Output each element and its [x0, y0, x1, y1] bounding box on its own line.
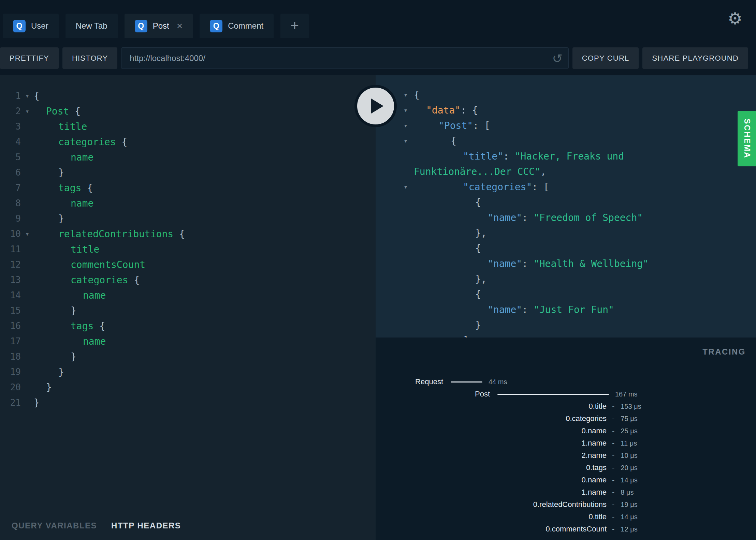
settings-gear-icon[interactable]: ⚙ [728, 9, 742, 28]
tab-label: Comment [228, 21, 263, 31]
trace-label: 1.name [376, 439, 607, 448]
fold-spacer [21, 165, 34, 180]
fold-icon[interactable]: ▾ [404, 118, 408, 133]
line-number: 5 [0, 150, 21, 165]
editor-gutter: 11 [0, 242, 34, 257]
response-line: ▾{ [376, 133, 756, 149]
response-line: ▾{ [376, 87, 756, 103]
trace-label: Post [376, 390, 490, 399]
history-button[interactable]: HISTORY [62, 47, 117, 69]
query-code: tags { [34, 318, 105, 334]
query-line: 21} [0, 395, 376, 410]
editor-gutter: 18 [0, 349, 34, 364]
line-number: 17 [0, 334, 21, 349]
trace-row: 1.name-8 μs [376, 486, 756, 498]
query-code: name [34, 288, 106, 303]
line-number: 8 [0, 196, 21, 211]
response-line: { [376, 195, 756, 210]
query-editor[interactable]: 1▾{2▾Post {3title4categories {5name6}7ta… [0, 75, 376, 511]
trace-dash: - [612, 512, 614, 521]
new-tab-button[interactable]: + [280, 14, 309, 38]
query-code: relatedContributions { [34, 226, 185, 242]
trace-time: 25 μs [621, 427, 637, 435]
fold-spacer [21, 257, 34, 272]
fold-icon[interactable]: ▾ [404, 133, 408, 149]
trace-time: 153 μs [621, 403, 641, 410]
tab-comment[interactable]: QComment [200, 14, 274, 38]
line-number: 18 [0, 349, 21, 364]
trace-time: 44 ms [489, 378, 507, 386]
tab-post[interactable]: QPost× [125, 14, 193, 38]
query-code: commentsCount [34, 257, 145, 272]
line-number: 12 [0, 257, 21, 272]
trace-time: 8 μs [621, 489, 634, 496]
query-code: categories { [34, 134, 127, 150]
fold-icon[interactable]: ▾ [404, 103, 408, 118]
reload-icon[interactable]: ↺ [552, 51, 563, 65]
trace-label: 0.name [376, 426, 607, 435]
query-variables-toggle[interactable]: QUERY VARIABLES [12, 521, 97, 530]
query-code: title [34, 119, 87, 134]
copy-curl-button[interactable]: COPY CURL [572, 47, 639, 69]
trace-bar [451, 381, 482, 382]
response-viewer: ▾{▾"data": {▾"Post": [▾{"title": "Hacker… [376, 75, 756, 338]
response-line: "name": "Just For Fun" [376, 302, 756, 317]
schema-tab[interactable]: SCHEMA [738, 111, 756, 166]
trace-dash: - [612, 463, 614, 472]
trace-dash: - [612, 476, 614, 484]
line-number: 11 [0, 242, 21, 257]
query-code: } [34, 395, 40, 410]
editor-gutter: 9 [0, 211, 34, 226]
trace-time: 14 μs [621, 476, 637, 484]
trace-bar [497, 394, 609, 395]
fold-spacer [21, 349, 34, 364]
fold-spacer [21, 150, 34, 165]
fold-spacer [21, 364, 34, 380]
fold-spacer [21, 334, 34, 349]
trace-label: 0.relatedContributions [376, 500, 607, 509]
query-line: 5name [0, 150, 376, 165]
trace-row: 2.name-10 μs [376, 449, 756, 462]
fold-icon[interactable]: ▾ [404, 179, 408, 195]
trace-label: 0.categories [376, 414, 607, 423]
query-line: 7tags { [0, 180, 376, 196]
query-line: 3title [0, 119, 376, 134]
fold-icon[interactable]: ▾ [404, 87, 408, 103]
tracing-panel: TRACING Request44 msPost167 ms0.title-15… [376, 338, 756, 540]
query-line: 15} [0, 303, 376, 318]
prettify-button[interactable]: PRETTIFY [0, 47, 59, 69]
trace-row: 0.categories-75 μs [376, 412, 756, 425]
close-icon[interactable]: × [177, 21, 183, 31]
top-bar: QUserNew TabQPost×QComment+ PRETTIFY HIS… [0, 0, 756, 69]
query-line: 2▾Post { [0, 104, 376, 119]
fold-icon[interactable]: ▾ [21, 226, 34, 242]
editor-gutter: 4 [0, 134, 34, 150]
trace-time: 10 μs [621, 452, 637, 460]
query-line: 6} [0, 165, 376, 180]
trace-time: 19 μs [621, 501, 637, 509]
fold-icon[interactable]: ▾ [21, 104, 34, 119]
query-tab-icon: Q [210, 20, 222, 32]
tab-new-tab[interactable]: New Tab [66, 14, 118, 38]
tab-label: User [31, 21, 48, 31]
tab-user[interactable]: QUser [3, 14, 59, 38]
fold-spacer [21, 180, 34, 196]
line-number: 20 [0, 380, 21, 395]
fold-icon[interactable]: ▾ [21, 88, 34, 104]
execute-button[interactable] [354, 85, 397, 127]
line-number: 7 [0, 180, 21, 196]
tracing-title[interactable]: TRACING [702, 347, 746, 357]
url-input[interactable] [121, 47, 568, 69]
query-line: 9} [0, 211, 376, 226]
response-line: ] [376, 333, 756, 338]
fold-spacer [21, 119, 34, 134]
response-line: ▾"data": { [376, 103, 756, 118]
schema-tab-label: SCHEMA [742, 119, 752, 159]
trace-time: 14 μs [621, 513, 637, 521]
trace-label: 0.commentsCount [376, 525, 607, 534]
share-playground-button[interactable]: SHARE PLAYGROUND [642, 47, 748, 69]
http-headers-toggle[interactable]: HTTP HEADERS [111, 521, 181, 530]
editor-gutter: 15 [0, 303, 34, 318]
trace-dash: - [612, 451, 614, 460]
fold-spacer [21, 196, 34, 211]
